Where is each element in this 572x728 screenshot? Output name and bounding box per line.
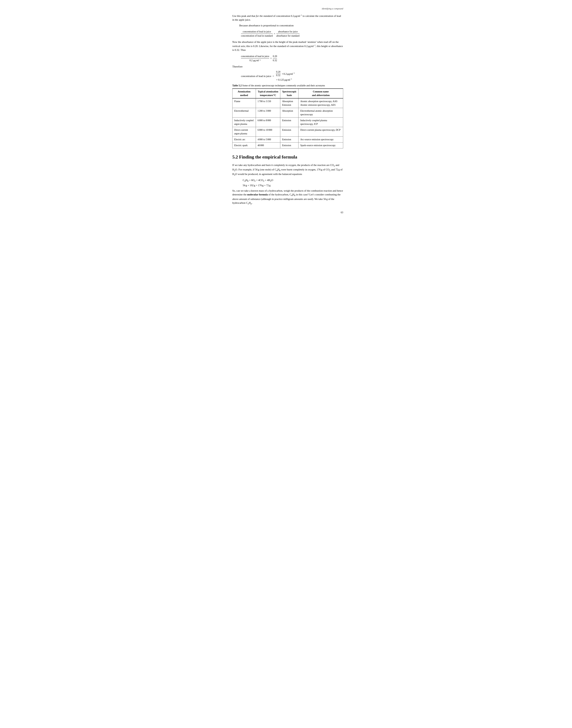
intro-paragraph: Use this peak and that for the standard …: [232, 14, 343, 22]
frac-num-right-2: 0.20: [273, 54, 277, 58]
equals-sign-1: =: [274, 32, 275, 36]
cell-method-electrothermal: Electrothermal: [232, 108, 256, 118]
cell-temp-spark: 40 000: [256, 142, 280, 148]
cell-method-arc: Electric arc: [232, 137, 256, 142]
section-52-heading-text: 5.2 Finding the empirical formula: [232, 155, 297, 160]
cell-temp-icp: 6 000 to 8 000: [256, 118, 280, 127]
cell-name-spark: Spark-source emission spectroscopy: [298, 142, 343, 148]
table-row: Direct-currentargon plasma 6 000 to 10 0…: [232, 127, 343, 137]
page-number: 63: [232, 210, 343, 214]
page-number-text: 63: [341, 211, 343, 214]
table-section: Table 5.2 Some of the atomic spectroscop…: [232, 84, 343, 148]
spectroscopy-table: Atomizationmethod Typical atomizationtem…: [232, 88, 343, 148]
col-header-name: Common nameand abbreviation: [298, 88, 343, 98]
proportional-note: Because absorbance is proportional to co…: [239, 23, 343, 27]
result-multiply: × 0.2 μg ml−1: [282, 72, 295, 76]
formula-line-1: C4H8 + 6O2 = 4CO2 + 4H2O: [243, 178, 343, 183]
table-row: Electric arc 4 000 to 5 000 Emission Arc…: [232, 137, 343, 142]
cell-name-icp: Inductively coupled plasmaspectroscopy, …: [298, 118, 343, 127]
cell-basis-spark: Emission: [280, 142, 298, 148]
frac-left-1: concentration of lead in juice concentra…: [241, 30, 273, 38]
cell-basis-dcp: Emission: [280, 127, 298, 137]
cell-basis-flame: AbsorptionEmission: [280, 98, 298, 108]
table-caption-text: Some of the atomic spectroscopy techniqu…: [242, 84, 325, 87]
cell-temp-flame: 1 700 to 3 150: [256, 98, 280, 108]
result-equation: concentration of lead in juice = 0.20 0.…: [241, 71, 343, 82]
cell-temp-arc: 4 000 to 5 000: [256, 137, 280, 142]
cell-temp-dcp: 6 000 to 10 000: [256, 127, 280, 137]
cell-method-spark: Electric spark: [232, 142, 256, 148]
frac-right-2: 0.20 0.32: [273, 54, 277, 62]
formula-line-2: 56 g + 192 g = 176 g + 72 g: [243, 183, 343, 187]
cell-name-electrothermal: Electrothermal atomic absorptionspectros…: [298, 108, 343, 118]
cell-name-dcp: Direct-current plasma spectroscopy, DCP: [298, 127, 343, 137]
frac-den-2: 0.2 μg ml⁻¹: [241, 58, 269, 62]
therefore-label: Therefore: [232, 65, 343, 69]
frac-left-2: concentration of lead in juice 0.2 μg ml…: [241, 54, 269, 62]
col-header-basis: Spectroscopicbasis: [280, 88, 298, 98]
formula-block-1: C4H8 + 6O2 = 4CO2 + 4H2O 56 g + 192 g = …: [243, 178, 343, 187]
frac-den-1: concentration of lead in standard: [241, 34, 273, 38]
col-header-atomization: Atomizationmethod: [232, 88, 256, 98]
frac-den-right-2: 0.32: [273, 58, 277, 62]
frac-right-1: absorbance for juice absorbance for stan…: [276, 30, 299, 38]
section52-para2: So, can we take a known mass of a hydroc…: [232, 189, 343, 205]
cell-basis-arc: Emission: [280, 137, 298, 142]
table-row: Inductively coupledargon plasma 6 000 to…: [232, 118, 343, 127]
cell-basis-icp: Emission: [280, 118, 298, 127]
frac-num-1: concentration of lead in juice: [241, 30, 273, 34]
now-paragraph: Now the absorbance of the apple juice is…: [232, 40, 343, 52]
cell-name-flame: Atomic absorption spectroscopy, AASAtomi…: [298, 98, 343, 108]
cell-temp-electrothermal: 1 200 to 3 000: [256, 108, 280, 118]
cell-method-dcp: Direct-currentargon plasma: [232, 127, 256, 137]
frac-num-2: concentration of lead in juice: [241, 54, 269, 58]
page-header: Identifying a compound: [232, 7, 343, 10]
result-value: = 0.125 μg ml−1: [276, 78, 292, 82]
frac-num-right-1: absorbance for juice: [276, 30, 299, 34]
section-52-heading: 5.2 Finding the empirical formula: [232, 154, 343, 160]
cell-basis-electrothermal: Absorption: [280, 108, 298, 118]
result-label: concentration of lead in juice =: [241, 74, 274, 78]
fraction-equation-1: concentration of lead in juice concentra…: [241, 30, 343, 38]
equals-sign-2: =: [270, 56, 272, 60]
table-row: Electric spark 40 000 Emission Spark-sou…: [232, 142, 343, 148]
section52-para1: If we take any hydrocarbon and burn it c…: [232, 163, 343, 177]
table-row: Flame 1 700 to 3 150 AbsorptionEmission …: [232, 98, 343, 108]
table-row: Electrothermal 1 200 to 3 000 Absorption…: [232, 108, 343, 118]
cell-method-icp: Inductively coupledargon plasma: [232, 118, 256, 127]
col-header-temp: Typical atomizationtemperature/°C: [256, 88, 280, 98]
cell-method-flame: Flame: [232, 98, 256, 108]
fraction-equation-2: concentration of lead in juice 0.2 μg ml…: [241, 54, 343, 62]
table-caption: Table 5.2 Some of the atomic spectroscop…: [232, 84, 343, 87]
header-text: Identifying a compound: [322, 7, 343, 10]
cell-name-arc: Arc-source emission spectroscopy: [298, 137, 343, 142]
result-frac: 0.20 0.32: [276, 71, 281, 77]
table-label: Table 5.2: [232, 84, 242, 87]
frac-den-right-1: absorbance for standard: [276, 34, 299, 38]
